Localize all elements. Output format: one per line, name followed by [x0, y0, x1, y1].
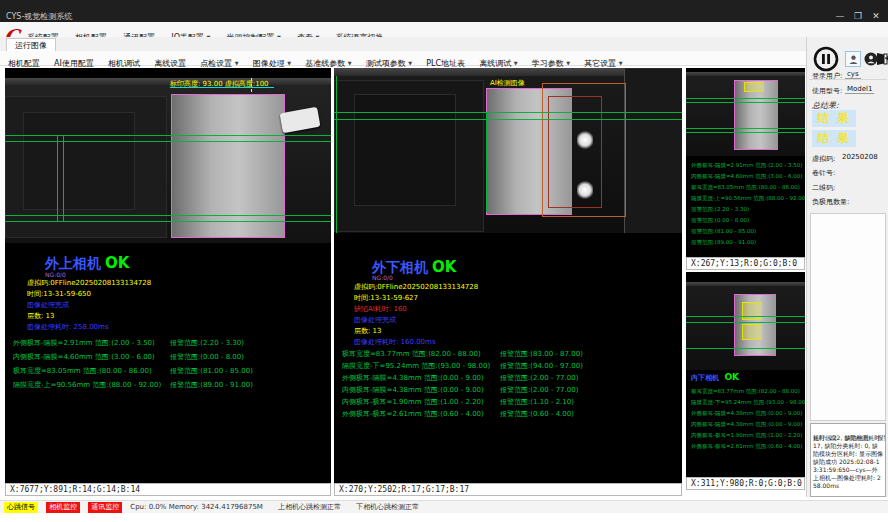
thumb-measure-line: 外侧极耳-隔膜=2.91mm 范围:(2.00 - 3.50) [691, 162, 802, 169]
baseline-line [686, 102, 805, 103]
machine-column [624, 68, 682, 233]
ng-counter: NG:0/0 [372, 274, 393, 281]
thumb-measure-line: 报警范围:(0.00 - 8.00) [691, 217, 749, 224]
machine-band [5, 78, 331, 85]
baseline-line [686, 348, 805, 349]
alarm-range: 报警范围:(94.00 - 97.00) [500, 361, 583, 371]
layer-count: 层数: 13 [27, 311, 55, 321]
virtual-barcode: 虚拟码:0FFline20250208133134728 [27, 278, 151, 288]
tab-run-image[interactable]: 运行图像 [6, 38, 56, 52]
machine-band [686, 282, 805, 286]
thumb-measure-line: 报警范围:(81.00 - 85.00) [691, 228, 756, 235]
alarm-range: 报警范围:(2.20 - 3.30) [170, 338, 244, 348]
comm-monitor-badge: 通讯监控 [88, 502, 122, 513]
thumb-top-camera-view[interactable]: 外侧极耳-隔膜=2.91mm 范围:(2.00 - 3.50) 内侧极耳-隔膜=… [686, 68, 805, 270]
user-login-button[interactable] [845, 51, 861, 67]
measurement-row: 极耳宽度=83.77mm 范围:(82.00 - 88.00) [342, 349, 481, 359]
alarm-range: 报警范围:(1.10 - 2.10) [500, 397, 574, 407]
ai-elapsed: 缺陷AI耗时: 160 [354, 304, 407, 314]
cell-roller [171, 94, 285, 238]
minimize-button[interactable]: — [832, 10, 848, 22]
baseline-line [5, 215, 331, 216]
chevron-down-icon: ▼ [514, 60, 518, 66]
app-window: CYS-视觉检测系统 — ❐ ✕ C 系统配置 相机配置 通讯配置 IO手配置 … [0, 0, 888, 522]
process-done: 图像处理完成 [354, 315, 396, 325]
pixel-coordinates: X:267;Y:13;R:0;G:0;B:0 [686, 257, 805, 270]
process-elapsed: 图像处理耗时: 258.00ms [27, 322, 109, 332]
baseline-line [5, 141, 331, 142]
roi-rect-yellow [744, 82, 764, 92]
result-display-1: 结 果 [812, 110, 856, 127]
title-bar: CYS-视觉检测系统 — ❐ ✕ [0, 0, 888, 22]
measurement-row: 内侧极耳-隔膜=4.60mm 范围:(3.00 - 6.00) [13, 352, 155, 362]
measurement-row: 隔膜宽度-上=90.56mm 范围:(88.00 - 92.00) [13, 380, 161, 390]
left-camera-image[interactable]: 标印高度: 93.00 虚拟高度:100 [5, 78, 331, 243]
process-done: 图像处理完成 [27, 300, 69, 310]
baseline-line [686, 316, 805, 317]
baseline-line [334, 112, 682, 113]
measurement-row: 外侧极耳-极耳=2.61mm 范围:(0.60 - 4.00) [342, 409, 484, 419]
thumb-measure-line: 内侧极耳-隔膜=4.60mm 范围:(3.00 - 6.00) [691, 173, 802, 180]
white-tab-part [280, 107, 321, 133]
left-camera-view[interactable]: 标印高度: 93.00 虚拟高度:100 外上相机OK NG:0/0 虚拟码:0… [5, 68, 331, 496]
baseline-line [57, 135, 58, 221]
upper-camera-heartbeat-text: 上相机心跳检测正常 [278, 501, 341, 514]
alarm-range: 报警范围:(0.60 - 4.00) [500, 409, 574, 419]
maximize-button[interactable]: ❐ [850, 10, 866, 22]
chevron-down-icon: ▼ [619, 60, 623, 66]
baseline-line [334, 119, 682, 120]
ai-image-label: AI检测图像 [490, 78, 525, 88]
machine-frame [23, 112, 135, 210]
measurement-row: 隔膜宽度-下=95.24mm 范围:(93.00 - 98.00) [342, 361, 490, 371]
info-box: 运行信息 缺陷信息 报警信息 耗时: 222, 缺陷检测耗时: 17, 缺陷分类… [810, 423, 886, 497]
thumb-bottom-image[interactable] [686, 282, 805, 370]
alarm-range: 报警范围:(2.00 - 77.00) [500, 385, 578, 395]
mid-camera-view[interactable]: AI检测图像 外下相机OK NG:0/0 虚拟码:0FFline20250208… [334, 68, 682, 496]
chevron-down-icon: ▼ [348, 60, 352, 66]
alarm-range: 报警范围:(83.00 - 87.00) [500, 349, 583, 359]
cpu-memory-text: Cpu: 0.0% Memory: 3424.41796875M [130, 501, 263, 514]
thumb-measure-line: 极耳宽度=83.05mm 范围:(80.00 - 86.00) [691, 184, 800, 191]
pixel-coordinates: X:311;Y:980;R:0;G:0;B:0 [686, 477, 805, 490]
close-button[interactable]: ✕ [868, 10, 884, 22]
qr-code-label: 二维码: [812, 183, 835, 193]
chevron-down-icon: ▼ [408, 60, 412, 66]
machine-band [686, 72, 805, 76]
run-info-text: 耗时: 222, 缺陷检测耗时: 17, 缺陷分类耗时: 0, 缺陷模块分区耗时… [813, 434, 883, 490]
mid-camera-image[interactable]: AI检测图像 [334, 68, 682, 233]
measurement-row: 外侧极耳-隔膜=4.38mm 范围:(0.00 - 9.00) [342, 373, 484, 383]
chevron-down-icon: ▼ [235, 60, 239, 66]
pause-button[interactable] [813, 46, 839, 72]
pause-icon [813, 46, 839, 72]
machine-frame [354, 94, 456, 206]
defect-list-box[interactable] [810, 213, 886, 421]
lower-camera-heartbeat-text: 下相机心跳检测正常 [356, 501, 419, 514]
alarm-range: 报警范围:(89.00 - 91.00) [170, 380, 253, 390]
thumb-bottom-camera-view[interactable]: 内下相机 OK 极耳宽度=83.77mm 范围:(82.00 - 88.00) … [686, 272, 805, 490]
thumb-measure-line: 隔膜宽度-下=95.24mm 范围:(93.00 - 98.00) [691, 399, 805, 406]
logout-button[interactable] [874, 51, 888, 67]
alarm-range: 报警范围:(2.00 - 77.00) [500, 373, 578, 383]
model-label: 使用型号: [812, 86, 842, 96]
baseline-line [686, 128, 805, 129]
ng-counter: NG:0/0 [45, 271, 66, 278]
measurement-row: 内侧极耳-极耳=1.90mm 范围:(1.00 - 2.20) [342, 397, 484, 407]
status-bar: 心跳信号 相机监控 通讯监控 Cpu: 0.0% Memory: 3424.41… [0, 500, 888, 513]
pixel-coordinates: X:270;Y:2502;R:17;G:17;B:17 [334, 483, 682, 496]
camera-monitor-badge: 相机监控 [46, 502, 80, 513]
baseline-line [486, 112, 487, 212]
user-icon [848, 54, 859, 65]
measurement-row: 内侧极耳-隔膜=4.38mm 范围:(0.00 - 9.00) [342, 385, 484, 395]
needle-no-label: 卷针号: [812, 168, 835, 178]
thumb-measure-line: 极耳宽度=83.77mm 范围:(82.00 - 88.00) [691, 388, 800, 395]
capture-time: 时间:13-31-59-650 [27, 289, 91, 299]
virtual-code-value: 20250208 [840, 153, 880, 161]
thumb-top-image[interactable] [686, 72, 805, 156]
thumb-measure-line: 隔膜宽度-上=90.56mm 范围:(88.00 - 92.00) [691, 195, 805, 202]
toolbar: 相机配置 AI使用配置 相机调试 离线设置 点检设置 ▼ 图像处理 ▼ 基准线参… [0, 51, 806, 66]
virtual-code-label: 虚拟码: [812, 154, 835, 164]
alarm-range: 报警范围:(0.00 - 8.00) [170, 352, 244, 362]
roi-rect-yellow [742, 302, 762, 320]
baseline-line [5, 221, 331, 222]
process-elapsed: 图像处理耗时: 160.00ms [354, 337, 436, 347]
